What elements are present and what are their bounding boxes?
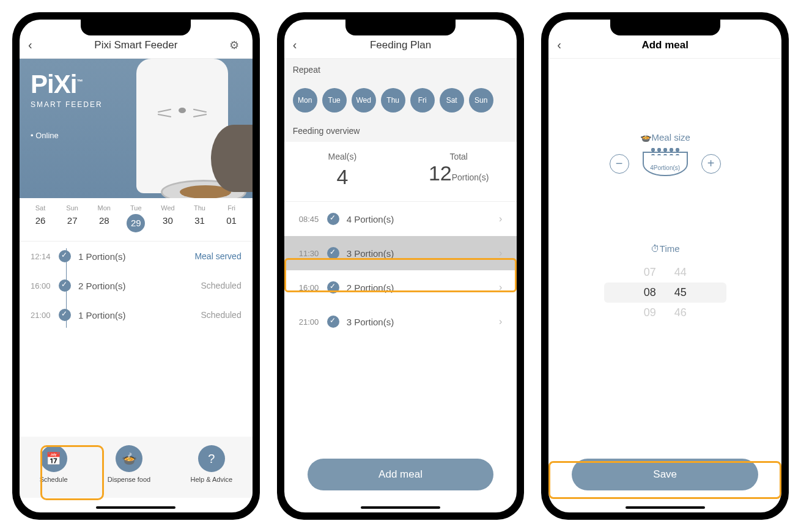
calendar-day: Thu31	[188, 204, 212, 232]
clock-icon	[327, 213, 339, 225]
add-meal-button[interactable]: Add meal	[308, 459, 494, 490]
help-icon: ?	[198, 445, 225, 472]
plan-row[interactable]: 16:00 2 Portion(s) ›	[284, 270, 517, 305]
calendar-day-selected: Tue29	[124, 204, 148, 232]
days-row: Mon Tue Wed Thu Fri Sat Sun	[284, 81, 517, 120]
save-button[interactable]: Save	[572, 459, 758, 490]
meal-size-label: 🍲Meal size	[548, 132, 781, 143]
page-title: Add meal	[572, 39, 758, 51]
day-chip[interactable]: Fri	[410, 88, 435, 113]
calendar-icon: 📅	[40, 445, 67, 472]
screen-add-meal: ‹ Add meal 🍲Meal size − 4Portion(s) + ⏱T…	[548, 20, 781, 512]
today-meal-row[interactable]: 12:14 1 Portion(s) Meal served	[20, 242, 253, 271]
check-icon	[59, 279, 71, 292]
portion-bowl-icon: 4Portion(s)	[643, 152, 688, 176]
today-meal-row[interactable]: 21:00 1 Portion(s) Scheduled	[20, 300, 253, 330]
chevron-right-icon: ›	[499, 248, 502, 259]
time-label: ⏱Time	[548, 243, 781, 254]
nav-bar: ‹ Feeding Plan	[284, 32, 517, 59]
bowl-icon: 🍲	[116, 445, 142, 472]
overview-header: Feeding overview	[284, 120, 517, 142]
schedule-button[interactable]: 📅 Schedule	[40, 445, 68, 483]
chevron-right-icon: ›	[499, 213, 502, 224]
phone-frame-2: ‹ Feeding Plan Repeat Mon Tue Wed Thu Fr…	[277, 12, 525, 520]
calendar-day: Sun27	[60, 204, 84, 232]
meal-size-control: − 4Portion(s) +	[548, 152, 781, 176]
back-icon[interactable]: ‹	[557, 38, 572, 52]
day-chip[interactable]: Thu	[381, 88, 405, 113]
check-icon	[59, 309, 71, 321]
help-button[interactable]: ? Help & Advice	[191, 445, 232, 483]
calendar-day: Mon28	[92, 204, 116, 232]
back-icon[interactable]: ‹	[28, 38, 43, 52]
plan-row[interactable]: 21:00 3 Portion(s) ›	[284, 305, 517, 339]
chevron-right-icon: ›	[499, 282, 502, 293]
calendar-day: Sat26	[28, 204, 53, 232]
bottom-actions: 📅 Schedule 🍲 Dispense food ? Help & Advi…	[20, 437, 253, 498]
phone-frame-3: ‹ Add meal 🍲Meal size − 4Portion(s) + ⏱T…	[541, 12, 789, 520]
time-picker[interactable]: 0744 0845 0946	[604, 262, 726, 323]
check-icon	[59, 250, 71, 262]
dispense-button[interactable]: 🍲 Dispense food	[108, 445, 150, 483]
calendar-strip[interactable]: Sat26 Sun27 Mon28 Tue29 Wed30 Thu31 Fri0…	[20, 198, 253, 242]
screen-home: ‹ Pixi Smart Feeder ⚙ PiXi™ SMART FEEDER…	[20, 20, 253, 512]
back-icon[interactable]: ‹	[293, 38, 308, 52]
clock-icon	[327, 281, 339, 294]
page-title: Pixi Smart Feeder	[43, 39, 229, 51]
nav-bar: ‹ Pixi Smart Feeder ⚙	[20, 32, 253, 59]
hero-banner: PiXi™ SMART FEEDER Online	[20, 59, 253, 198]
day-chip[interactable]: Mon	[293, 88, 317, 113]
screen-feeding-plan: ‹ Feeding Plan Repeat Mon Tue Wed Thu Fr…	[284, 20, 517, 512]
home-indicator	[96, 506, 175, 509]
nav-bar: ‹ Add meal	[548, 32, 781, 59]
repeat-header: Repeat	[284, 59, 517, 81]
plan-row[interactable]: 11:30 3 Portion(s) ›	[284, 236, 517, 270]
gear-icon[interactable]: ⚙	[229, 39, 244, 52]
home-indicator	[626, 506, 705, 509]
clock-icon	[327, 247, 339, 259]
page-title: Feeding Plan	[308, 39, 494, 51]
day-chip[interactable]: Wed	[352, 88, 376, 113]
phone-frame-1: ‹ Pixi Smart Feeder ⚙ PiXi™ SMART FEEDER…	[12, 12, 260, 520]
increase-button[interactable]: +	[701, 154, 721, 174]
today-meal-row[interactable]: 16:00 2 Portion(s) Scheduled	[20, 271, 253, 300]
clock-icon	[327, 316, 339, 328]
plan-row[interactable]: 08:45 4 Portion(s) ›	[284, 202, 517, 236]
home-indicator	[361, 506, 440, 509]
calendar-day: Fri01	[220, 204, 244, 232]
chevron-right-icon: ›	[499, 316, 502, 327]
brand-logo: PiXi™	[31, 70, 242, 99]
calendar-day: Wed30	[155, 204, 180, 232]
cat-illustration	[211, 125, 253, 192]
day-chip[interactable]: Sun	[469, 88, 493, 113]
day-chip[interactable]: Tue	[322, 88, 347, 113]
day-chip[interactable]: Sat	[440, 88, 464, 113]
decrease-button[interactable]: −	[610, 154, 629, 174]
overview-stats: Meal(s) 4 Total 12Portion(s)	[284, 142, 517, 202]
